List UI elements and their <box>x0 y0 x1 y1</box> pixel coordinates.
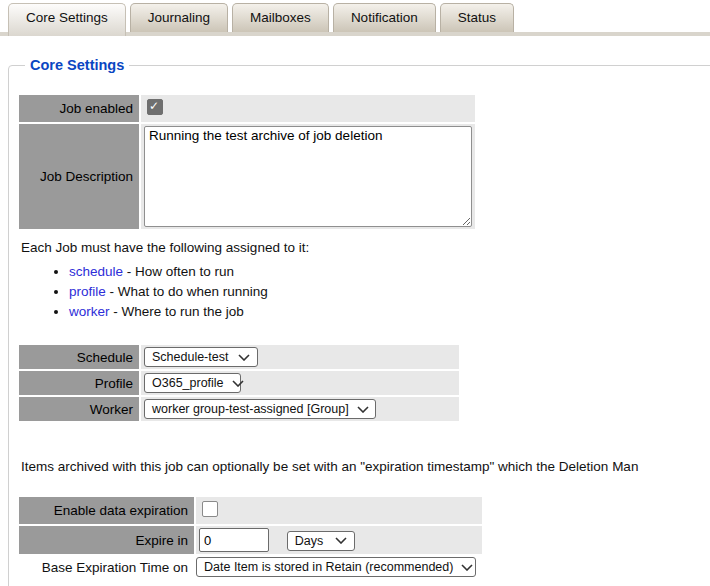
expire-in-input[interactable] <box>199 528 269 552</box>
table-row: Enable data expiration <box>19 497 482 524</box>
worker-select[interactable]: worker group-test-assigned [Group] <box>144 399 376 419</box>
expire-unit-value: Days <box>295 534 323 548</box>
schedule-label: Schedule <box>19 345 139 369</box>
table-row: Job enabled <box>19 95 475 122</box>
chevron-down-icon <box>238 354 250 361</box>
table-row: Profile O365_profile <box>19 371 459 395</box>
worker-select-value: worker group-test-assigned [Group] <box>152 402 349 416</box>
assigned-list: schedule - How often to run profile - Wh… <box>15 264 710 319</box>
profile-label: Profile <box>19 371 139 395</box>
tab-status[interactable]: Status <box>440 3 514 32</box>
section-title: Core Settings <box>25 57 129 73</box>
table-row: Worker worker group-test-assigned [Group… <box>19 397 459 421</box>
expiration-note-text: Items archived with this job can optiona… <box>21 459 710 474</box>
profile-select[interactable]: O365_profile <box>144 373 241 393</box>
expire-unit-select[interactable]: Days <box>287 531 355 551</box>
schedule-desc: - How often to run <box>123 264 234 279</box>
worker-desc: - Where to run the job <box>110 304 244 319</box>
chevron-down-icon <box>335 537 347 544</box>
table-row: Expire in Days <box>19 526 482 554</box>
expire-in-label: Expire in <box>19 526 194 554</box>
chevron-down-icon <box>232 380 244 387</box>
tab-journaling[interactable]: Journaling <box>130 3 228 32</box>
profile-desc: - What to do when running <box>106 284 268 299</box>
profile-link[interactable]: profile <box>69 284 106 299</box>
profile-select-value: O365_profile <box>152 376 224 390</box>
list-item: schedule - How often to run <box>69 264 710 279</box>
list-item: worker - Where to run the job <box>69 304 710 319</box>
core-settings-page: Core Settings Journaling Mailboxes Notif… <box>0 0 710 586</box>
table-row: Job Description Running the test archive… <box>19 124 475 229</box>
table-row: Base Expiration Time on Date Item is sto… <box>19 556 482 578</box>
core-settings-fieldset: Core Settings Job enabled Job Descriptio… <box>8 57 710 586</box>
tab-mailboxes[interactable]: Mailboxes <box>232 3 329 32</box>
job-description-textarea[interactable]: Running the test archive of job deletion <box>144 126 472 227</box>
table-row: Schedule Schedule-test <box>19 345 459 369</box>
chevron-down-icon <box>357 406 369 413</box>
schedule-link[interactable]: schedule <box>69 264 123 279</box>
schedule-select[interactable]: Schedule-test <box>144 347 258 367</box>
job-enabled-checkbox[interactable] <box>147 99 163 115</box>
worker-link[interactable]: worker <box>69 304 110 319</box>
job-description-label: Job Description <box>19 124 139 229</box>
chevron-down-icon <box>461 564 473 571</box>
job-table: Job enabled Job Description Running the … <box>17 93 477 231</box>
enable-expiration-checkbox[interactable] <box>202 501 218 517</box>
tab-bar: Core Settings Journaling Mailboxes Notif… <box>0 0 710 36</box>
enable-expiration-label: Enable data expiration <box>19 497 194 524</box>
expiration-table: Enable data expiration Expire in Days Ba… <box>17 495 484 580</box>
schedule-select-value: Schedule-test <box>152 350 228 364</box>
assigned-intro-text: Each Job must have the following assigne… <box>21 240 710 255</box>
base-expiration-value: Date Item is stored in Retain (recommend… <box>204 560 453 574</box>
assignment-table: Schedule Schedule-test Profile O365_prof… <box>17 343 461 423</box>
job-enabled-label: Job enabled <box>19 95 139 122</box>
tab-core-settings[interactable]: Core Settings <box>8 3 126 36</box>
list-item: profile - What to do when running <box>69 284 710 299</box>
tab-notification[interactable]: Notification <box>333 3 436 32</box>
base-expiration-label: Base Expiration Time on <box>19 556 194 578</box>
worker-label: Worker <box>19 397 139 421</box>
base-expiration-select[interactable]: Date Item is stored in Retain (recommend… <box>196 557 476 577</box>
